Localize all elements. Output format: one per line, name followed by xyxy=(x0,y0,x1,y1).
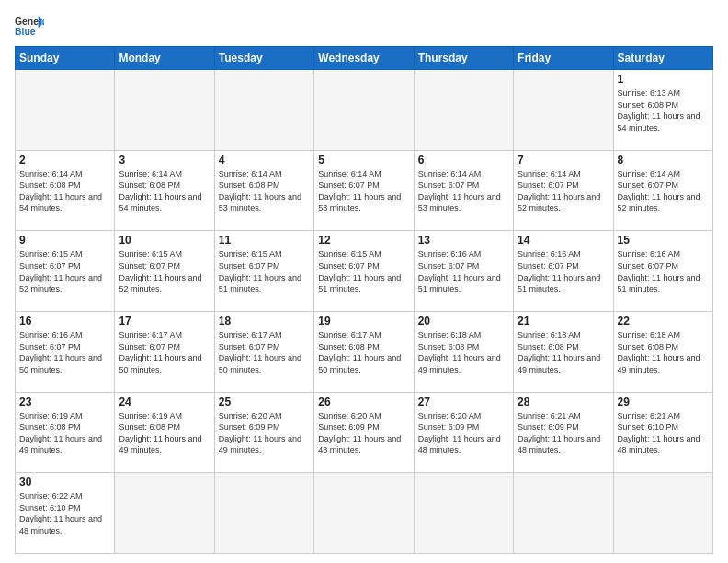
day-info: Sunrise: 6:14 AM Sunset: 6:08 PM Dayligh… xyxy=(19,168,110,214)
day-number: 24 xyxy=(119,396,210,408)
calendar-cell: 17Sunrise: 6:17 AM Sunset: 6:07 PM Dayli… xyxy=(115,311,214,392)
calendar-cell: 25Sunrise: 6:20 AM Sunset: 6:09 PM Dayli… xyxy=(214,392,313,473)
day-number: 28 xyxy=(518,396,609,408)
logo: General Blue xyxy=(15,15,44,37)
calendar-cell: 27Sunrise: 6:20 AM Sunset: 6:09 PM Dayli… xyxy=(414,392,513,473)
day-number: 23 xyxy=(19,396,110,408)
day-number: 29 xyxy=(618,396,709,408)
calendar-cell: 6Sunrise: 6:14 AM Sunset: 6:07 PM Daylig… xyxy=(414,150,513,231)
calendar-cell: 30Sunrise: 6:22 AM Sunset: 6:10 PM Dayli… xyxy=(16,473,115,554)
day-number: 22 xyxy=(618,315,709,327)
calendar-cell: 23Sunrise: 6:19 AM Sunset: 6:08 PM Dayli… xyxy=(16,392,115,473)
day-number: 13 xyxy=(418,234,509,247)
day-number: 15 xyxy=(618,234,709,247)
day-number: 26 xyxy=(318,396,409,408)
day-number: 10 xyxy=(119,234,210,247)
calendar-cell: 10Sunrise: 6:15 AM Sunset: 6:07 PM Dayli… xyxy=(115,231,214,312)
day-info: Sunrise: 6:16 AM Sunset: 6:07 PM Dayligh… xyxy=(618,248,709,294)
calendar-cell xyxy=(16,70,115,151)
calendar-cell: 16Sunrise: 6:16 AM Sunset: 6:07 PM Dayli… xyxy=(16,311,115,392)
day-number: 2 xyxy=(19,154,110,167)
calendar-cell: 26Sunrise: 6:20 AM Sunset: 6:09 PM Dayli… xyxy=(314,392,414,473)
calendar-cell xyxy=(514,70,613,151)
day-info: Sunrise: 6:16 AM Sunset: 6:07 PM Dayligh… xyxy=(518,248,609,294)
calendar-week-6: 30Sunrise: 6:22 AM Sunset: 6:10 PM Dayli… xyxy=(16,473,713,554)
calendar-cell: 28Sunrise: 6:21 AM Sunset: 6:09 PM Dayli… xyxy=(514,392,613,473)
day-number: 3 xyxy=(119,154,210,167)
calendar-cell: 13Sunrise: 6:16 AM Sunset: 6:07 PM Dayli… xyxy=(414,231,513,312)
calendar-cell xyxy=(214,70,313,151)
day-info: Sunrise: 6:15 AM Sunset: 6:07 PM Dayligh… xyxy=(19,248,110,294)
calendar-cell: 19Sunrise: 6:17 AM Sunset: 6:08 PM Dayli… xyxy=(314,311,414,392)
day-info: Sunrise: 6:18 AM Sunset: 6:08 PM Dayligh… xyxy=(518,329,609,375)
calendar-week-1: 1Sunrise: 6:13 AM Sunset: 6:08 PM Daylig… xyxy=(16,70,713,151)
calendar-header-row: SundayMondayTuesdayWednesdayThursdayFrid… xyxy=(16,47,713,70)
day-info: Sunrise: 6:14 AM Sunset: 6:08 PM Dayligh… xyxy=(119,168,210,214)
day-number: 17 xyxy=(119,315,210,327)
day-number: 18 xyxy=(219,315,310,327)
calendar-cell: 12Sunrise: 6:15 AM Sunset: 6:07 PM Dayli… xyxy=(314,231,414,312)
day-info: Sunrise: 6:13 AM Sunset: 6:08 PM Dayligh… xyxy=(618,87,709,133)
day-info: Sunrise: 6:14 AM Sunset: 6:07 PM Dayligh… xyxy=(418,168,509,214)
day-number: 9 xyxy=(19,234,110,247)
calendar-cell: 8Sunrise: 6:14 AM Sunset: 6:07 PM Daylig… xyxy=(613,150,712,231)
calendar-table: SundayMondayTuesdayWednesdayThursdayFrid… xyxy=(15,46,713,554)
calendar-cell: 3Sunrise: 6:14 AM Sunset: 6:08 PM Daylig… xyxy=(115,150,214,231)
day-number: 12 xyxy=(318,234,409,247)
calendar-cell: 15Sunrise: 6:16 AM Sunset: 6:07 PM Dayli… xyxy=(613,231,712,312)
calendar-cell: 9Sunrise: 6:15 AM Sunset: 6:07 PM Daylig… xyxy=(16,231,115,312)
day-number: 6 xyxy=(418,154,509,167)
calendar-cell: 1Sunrise: 6:13 AM Sunset: 6:08 PM Daylig… xyxy=(613,70,712,151)
day-info: Sunrise: 6:22 AM Sunset: 6:10 PM Dayligh… xyxy=(19,490,110,536)
header: General Blue xyxy=(15,15,713,37)
calendar-cell xyxy=(514,473,613,554)
day-number: 4 xyxy=(219,154,310,167)
col-header-tuesday: Tuesday xyxy=(214,47,313,70)
day-info: Sunrise: 6:20 AM Sunset: 6:09 PM Dayligh… xyxy=(219,410,310,456)
day-number: 20 xyxy=(418,315,509,327)
day-number: 25 xyxy=(219,396,310,408)
day-info: Sunrise: 6:15 AM Sunset: 6:07 PM Dayligh… xyxy=(119,248,210,294)
calendar-week-2: 2Sunrise: 6:14 AM Sunset: 6:08 PM Daylig… xyxy=(16,150,713,231)
day-info: Sunrise: 6:17 AM Sunset: 6:07 PM Dayligh… xyxy=(119,329,210,375)
day-info: Sunrise: 6:20 AM Sunset: 6:09 PM Dayligh… xyxy=(418,410,509,456)
day-number: 27 xyxy=(418,396,509,408)
calendar-cell xyxy=(414,473,513,554)
col-header-friday: Friday xyxy=(514,47,613,70)
calendar-cell: 24Sunrise: 6:19 AM Sunset: 6:08 PM Dayli… xyxy=(115,392,214,473)
col-header-thursday: Thursday xyxy=(414,47,513,70)
day-info: Sunrise: 6:14 AM Sunset: 6:07 PM Dayligh… xyxy=(318,168,409,214)
col-header-saturday: Saturday xyxy=(613,47,712,70)
day-info: Sunrise: 6:18 AM Sunset: 6:08 PM Dayligh… xyxy=(418,329,509,375)
day-info: Sunrise: 6:15 AM Sunset: 6:07 PM Dayligh… xyxy=(219,248,310,294)
calendar-week-4: 16Sunrise: 6:16 AM Sunset: 6:07 PM Dayli… xyxy=(16,311,713,392)
day-info: Sunrise: 6:14 AM Sunset: 6:07 PM Dayligh… xyxy=(518,168,609,214)
day-number: 8 xyxy=(618,154,709,167)
logo-icon: General Blue xyxy=(15,15,44,37)
calendar-cell xyxy=(314,473,414,554)
calendar-cell: 4Sunrise: 6:14 AM Sunset: 6:08 PM Daylig… xyxy=(214,150,313,231)
calendar-cell: 14Sunrise: 6:16 AM Sunset: 6:07 PM Dayli… xyxy=(514,231,613,312)
calendar-cell: 7Sunrise: 6:14 AM Sunset: 6:07 PM Daylig… xyxy=(514,150,613,231)
calendar-week-3: 9Sunrise: 6:15 AM Sunset: 6:07 PM Daylig… xyxy=(16,231,713,312)
calendar-cell: 22Sunrise: 6:18 AM Sunset: 6:08 PM Dayli… xyxy=(613,311,712,392)
day-number: 21 xyxy=(518,315,609,327)
calendar-cell: 2Sunrise: 6:14 AM Sunset: 6:08 PM Daylig… xyxy=(16,150,115,231)
calendar-cell: 11Sunrise: 6:15 AM Sunset: 6:07 PM Dayli… xyxy=(214,231,313,312)
day-number: 16 xyxy=(19,315,110,327)
day-number: 5 xyxy=(318,154,409,167)
day-info: Sunrise: 6:18 AM Sunset: 6:08 PM Dayligh… xyxy=(618,329,709,375)
day-info: Sunrise: 6:14 AM Sunset: 6:08 PM Dayligh… xyxy=(219,168,310,214)
calendar-cell xyxy=(613,473,712,554)
day-info: Sunrise: 6:21 AM Sunset: 6:09 PM Dayligh… xyxy=(518,410,609,456)
day-number: 11 xyxy=(219,234,310,247)
day-info: Sunrise: 6:16 AM Sunset: 6:07 PM Dayligh… xyxy=(418,248,509,294)
calendar-cell: 20Sunrise: 6:18 AM Sunset: 6:08 PM Dayli… xyxy=(414,311,513,392)
calendar-cell xyxy=(115,70,214,151)
day-number: 19 xyxy=(318,315,409,327)
day-info: Sunrise: 6:17 AM Sunset: 6:07 PM Dayligh… xyxy=(219,329,310,375)
col-header-monday: Monday xyxy=(115,47,214,70)
col-header-wednesday: Wednesday xyxy=(314,47,414,70)
svg-text:Blue: Blue xyxy=(15,27,36,37)
calendar-cell xyxy=(414,70,513,151)
